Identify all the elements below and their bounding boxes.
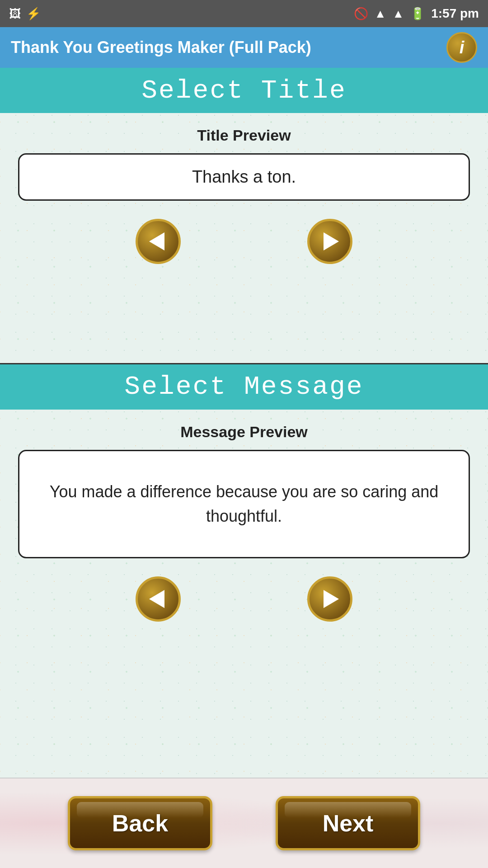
message-prev-button[interactable] <box>136 576 181 622</box>
message-preview-box: You made a difference because you are so… <box>18 450 470 558</box>
title-prev-button[interactable] <box>136 219 181 264</box>
status-time: 1:57 pm <box>431 6 479 21</box>
main-content: Select Title Title Preview Thanks a ton.… <box>0 68 488 778</box>
title-section-header: Select Title <box>0 68 488 113</box>
title-preview-box: Thanks a ton. <box>18 153 470 201</box>
bottom-bar: Back Next <box>0 778 488 868</box>
wifi-icon: ▲ <box>375 7 386 21</box>
app-title: Thank You Greetings Maker (Full Pack) <box>11 38 311 57</box>
title-section: Select Title Title Preview Thanks a ton. <box>0 68 488 364</box>
title-preview-label: Title Preview <box>197 127 291 144</box>
title-next-button[interactable] <box>307 219 352 264</box>
title-section-body: Title Preview Thanks a ton. <box>0 113 488 363</box>
app-bar: Thank You Greetings Maker (Full Pack) i <box>0 27 488 68</box>
title-section-header-text: Select Title <box>141 76 347 105</box>
info-icon: i <box>460 38 465 57</box>
image-icon: 🖼 <box>9 7 21 21</box>
no-entry-icon: 🚫 <box>354 7 368 21</box>
status-left-icons: 🖼 ⚡ <box>9 7 41 21</box>
message-preview-text: You made a difference because you are so… <box>32 480 456 528</box>
title-preview-text: Thanks a ton. <box>192 167 296 187</box>
signal-icon: ▲ <box>392 7 404 21</box>
message-section-header: Select Message <box>0 364 488 410</box>
back-button[interactable]: Back <box>68 796 212 850</box>
status-right-icons: 🚫 ▲ ▲ 🔋 1:57 pm <box>354 6 479 21</box>
title-nav-arrows <box>18 219 470 264</box>
status-bar: 🖼 ⚡ 🚫 ▲ ▲ 🔋 1:57 pm <box>0 0 488 27</box>
flash-icon: ⚡ <box>26 7 41 21</box>
next-button[interactable]: Next <box>276 796 420 850</box>
message-preview-label: Message Preview <box>180 423 308 441</box>
message-next-button[interactable] <box>307 576 352 622</box>
battery-icon: 🔋 <box>410 7 425 21</box>
message-section-body: Message Preview You made a difference be… <box>0 410 488 778</box>
message-section: Select Message Message Preview You made … <box>0 364 488 778</box>
info-button[interactable]: i <box>446 32 477 63</box>
message-nav-arrows <box>18 576 470 622</box>
message-section-header-text: Select Message <box>124 372 363 401</box>
